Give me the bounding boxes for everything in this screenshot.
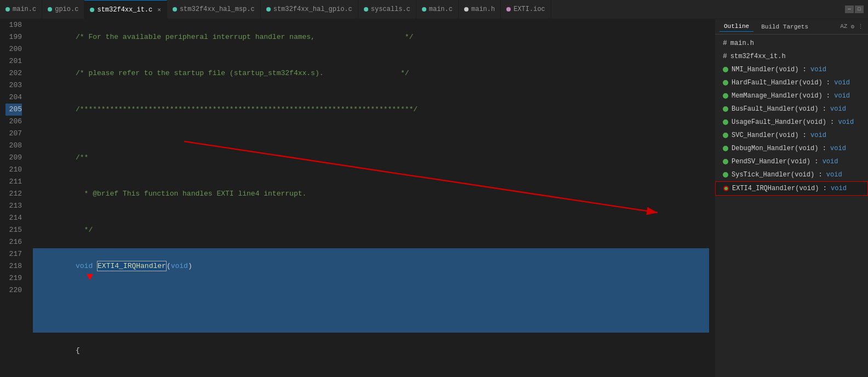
- outline-action-menu[interactable]: ⋮: [858, 23, 864, 30]
- code-line-202: /**: [33, 140, 709, 176]
- tab-dot: [266, 7, 271, 12]
- outline-item-stm32f4xx-it-h[interactable]: # stm32f4xx_it.h: [715, 50, 868, 63]
- line-num: 212: [5, 188, 22, 200]
- line-num: 214: [5, 212, 22, 224]
- tab-label: syscalls.c: [371, 5, 410, 13]
- tab-dot: [48, 7, 52, 12]
- outline-action-filter[interactable]: ⚙: [850, 23, 854, 30]
- tab-dot: [90, 8, 94, 12]
- tab-dot: [506, 7, 511, 12]
- line-num: 202: [5, 67, 22, 79]
- tab-dot: [173, 7, 177, 12]
- content-area: 198 199 200 201 202 203 204 205 206 207 …: [0, 19, 868, 377]
- outline-item-memmanage[interactable]: MemManage_Handler(void) : void: [715, 89, 868, 102]
- code-line-205: void EXTI4_IRQHandler(void) ▼: [33, 248, 709, 333]
- tab-bar: main.c gpio.c stm32f4xx_it.c ✕ stm32f4xx…: [0, 0, 868, 19]
- outline-item-systick[interactable]: SysTick_Handler(void) : void: [715, 168, 868, 181]
- tab-dot: [364, 7, 368, 12]
- tab-label: stm32f4xx_hal_msp.c: [180, 5, 255, 13]
- line-num: 207: [5, 128, 22, 140]
- code-line-201: [33, 128, 709, 140]
- outline-item-debugmon[interactable]: DebugMon_Handler(void) : void: [715, 142, 868, 155]
- line-num: 213: [5, 200, 22, 212]
- outline-panel-header: Outline Build Targets AZ ⚙ ⋮: [715, 19, 868, 35]
- code-line-206: {: [33, 333, 709, 369]
- outline-item-busfault[interactable]: BusFault_Handler(void) : void: [715, 102, 868, 116]
- code-content[interactable]: /* For the available peripheral interrup…: [27, 19, 715, 377]
- outline-dot-exti4: [723, 186, 729, 191]
- line-num: 215: [5, 224, 22, 236]
- tab-label: stm32f4xx_hal_gpio.c: [273, 5, 352, 13]
- tab-stm32f4xx-hal-gpio-c[interactable]: stm32f4xx_hal_gpio.c: [261, 0, 358, 19]
- code-line-200: /***************************************…: [33, 92, 709, 128]
- outline-dot-busfault: [723, 106, 728, 112]
- code-editor[interactable]: 198 199 200 201 202 203 204 205 206 207 …: [0, 19, 715, 377]
- outline-item-hardfault[interactable]: HardFault_Handler(void) : void: [715, 76, 868, 89]
- line-num: 206: [5, 116, 22, 128]
- line-num: 204: [5, 92, 22, 104]
- code-line-207: /* USER CODE BEGIN EXTI4_IRQn 0 */: [33, 369, 709, 377]
- outline-item-main-h[interactable]: # main.h: [715, 37, 868, 50]
- line-num: 216: [5, 236, 22, 248]
- tab-dot: [464, 7, 469, 12]
- line-num: 200: [5, 43, 22, 55]
- line-num: 219: [5, 272, 22, 284]
- outline-action-az[interactable]: AZ: [840, 23, 847, 30]
- tab-label: EXTI.ioc: [513, 5, 545, 13]
- outline-dot-memmanage: [723, 93, 728, 99]
- tab-label: main.c: [13, 5, 36, 13]
- tab-syscalls-c[interactable]: syscalls.c: [358, 0, 416, 19]
- code-line-199: /* please refer to the startup file (sta…: [33, 55, 709, 92]
- line-num: 209: [5, 152, 22, 164]
- outline-header-actions: AZ ⚙ ⋮: [840, 23, 864, 30]
- minimize-button[interactable]: —: [845, 5, 854, 13]
- tab-main-c-2[interactable]: main.c: [416, 0, 459, 19]
- outline-item-exti4[interactable]: EXTI4_IRQHandler(void) : void: [715, 181, 868, 196]
- line-num: 199: [5, 31, 22, 43]
- tab-stm32f4xx-hal-msp-c[interactable]: stm32f4xx_hal_msp.c: [167, 0, 261, 19]
- tab-main-c-1[interactable]: main.c: [0, 0, 42, 19]
- tab-label: gpio.c: [55, 5, 78, 13]
- outline-dot-nmi: [723, 67, 728, 72]
- line-num: 220: [5, 284, 22, 296]
- outline-item-svc[interactable]: SVC_Handler(void) : void: [715, 129, 868, 142]
- code-container: 198 199 200 201 202 203 204 205 206 207 …: [0, 19, 715, 377]
- outline-dot-systick: [723, 172, 728, 178]
- code-line-204: */: [33, 212, 709, 248]
- line-num: 218: [5, 260, 22, 272]
- tab-main-h[interactable]: main.h: [459, 0, 501, 19]
- code-line-203: * @brief This function handles EXTI line…: [33, 176, 709, 212]
- outline-item-pendsv[interactable]: PendSV_Handler(void) : void: [715, 155, 868, 168]
- outline-items-list: # main.h # stm32f4xx_it.h NMI_Handler(vo…: [715, 35, 868, 377]
- line-num: 217: [5, 248, 22, 260]
- tab-close-button[interactable]: ✕: [157, 6, 161, 13]
- tab-label: stm32f4xx_it.c: [97, 6, 152, 14]
- line-num: 211: [5, 176, 22, 188]
- outline-dot-hardfault: [723, 80, 728, 85]
- code-line-198: /* For the available peripheral interrup…: [33, 19, 709, 55]
- outline-panel: Outline Build Targets AZ ⚙ ⋮ # main.h # …: [715, 19, 868, 377]
- line-num: 205: [5, 104, 22, 116]
- outline-dot-debugmon: [723, 146, 728, 151]
- tab-exti-ioc[interactable]: EXTI.ioc: [501, 0, 551, 19]
- line-num: 203: [5, 79, 22, 92]
- line-numbers: 198 199 200 201 202 203 204 205 206 207 …: [0, 19, 27, 377]
- outline-item-usagefault[interactable]: UsageFault_Handler(void) : void: [715, 116, 868, 129]
- outline-tab[interactable]: Outline: [719, 21, 753, 32]
- tab-dot: [5, 7, 10, 12]
- build-targets-tab[interactable]: Build Targets: [757, 22, 813, 32]
- outline-dot-pendsv: [723, 159, 728, 164]
- tab-stm32f4xx-it-c[interactable]: stm32f4xx_it.c ✕: [84, 0, 167, 19]
- red-arrow-icon: ▼: [87, 271, 93, 283]
- tab-gpio-c[interactable]: gpio.c: [42, 0, 84, 19]
- outline-dot-svc: [723, 133, 728, 138]
- outline-dot-usagefault: [723, 119, 728, 125]
- window-controls: — □: [845, 5, 868, 13]
- line-num: 201: [5, 55, 22, 67]
- tab-dot: [422, 7, 426, 12]
- outline-item-nmi[interactable]: NMI_Handler(void) : void: [715, 63, 868, 76]
- line-num: 210: [5, 164, 22, 176]
- maximize-button[interactable]: □: [855, 5, 864, 13]
- line-num: 198: [5, 19, 22, 31]
- tab-label: main.c: [429, 5, 453, 13]
